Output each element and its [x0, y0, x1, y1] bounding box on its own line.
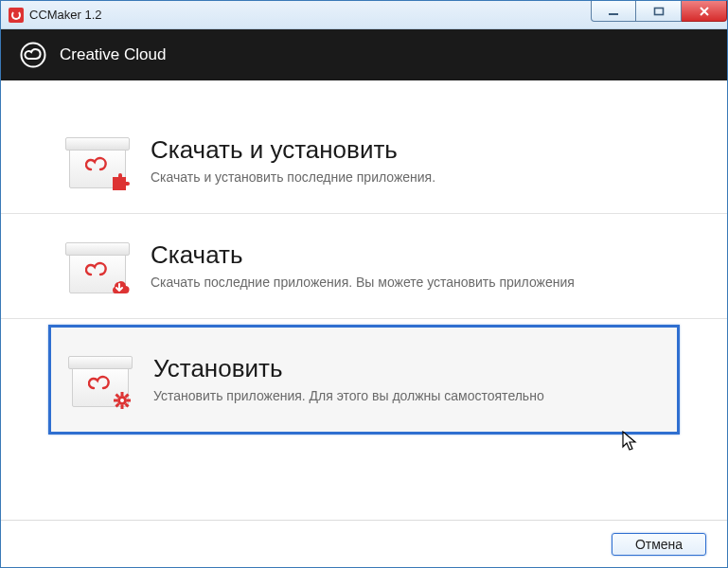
- svg-rect-0: [609, 13, 618, 15]
- box-icon: [72, 352, 129, 407]
- banner-title: Creative Cloud: [60, 45, 166, 64]
- close-icon: [699, 7, 710, 16]
- app-window: CCMaker 1.2 Creative Cloud: [0, 0, 728, 568]
- download-badge-icon: [109, 276, 130, 297]
- app-icon: [9, 8, 24, 23]
- svg-point-4: [120, 399, 124, 402]
- cancel-button[interactable]: Отмена: [612, 533, 706, 556]
- window-title: CCMaker 1.2: [29, 8, 102, 22]
- option-title: Скачать: [151, 240, 575, 270]
- cc-infinity-icon: [88, 374, 113, 391]
- option-text: Установить Установить приложения. Для эт…: [153, 354, 544, 405]
- maximize-icon: [653, 7, 665, 16]
- minimize-icon: [608, 7, 619, 16]
- box-icon: [69, 133, 126, 188]
- option-install[interactable]: Установить Установить приложения. Для эт…: [48, 325, 680, 435]
- cc-infinity-icon: [85, 260, 110, 277]
- option-title: Скачать и установить: [151, 135, 435, 165]
- maximize-button[interactable]: [636, 1, 682, 22]
- svg-rect-1: [654, 8, 663, 14]
- option-text: Скачать Скачать последние приложения. Вы…: [151, 240, 575, 292]
- creative-cloud-icon: [20, 42, 46, 68]
- close-button[interactable]: [682, 1, 727, 22]
- option-desc: Скачать и установить последние приложени…: [151, 169, 435, 186]
- footer: Отмена: [1, 520, 727, 567]
- window-controls: [591, 1, 727, 22]
- option-desc: Скачать последние приложения. Вы можете …: [151, 274, 575, 292]
- box-icon: [69, 239, 126, 293]
- puzzle-badge-icon: [109, 171, 130, 192]
- cc-infinity-icon: [85, 155, 110, 172]
- titlebar[interactable]: CCMaker 1.2: [1, 1, 727, 29]
- option-title: Установить: [153, 354, 544, 383]
- options-list: Скачать и установить Скачать и установит…: [1, 80, 727, 435]
- option-text: Скачать и установить Скачать и установит…: [151, 135, 435, 186]
- option-desc: Установить приложения. Для этого вы долж…: [153, 387, 544, 405]
- option-download[interactable]: Скачать Скачать последние приложения. Вы…: [1, 214, 727, 319]
- option-download-install[interactable]: Скачать и установить Скачать и установит…: [1, 109, 727, 214]
- minimize-button[interactable]: [591, 1, 636, 22]
- gear-badge-icon: [112, 390, 133, 411]
- banner: Creative Cloud: [1, 29, 727, 80]
